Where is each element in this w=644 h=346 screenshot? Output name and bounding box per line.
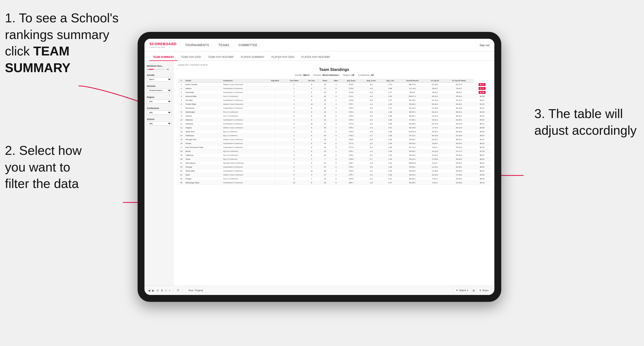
cell-wins: 1 <box>330 110 341 114</box>
cell-low: 82-28-2 <box>399 122 426 126</box>
nav-teams[interactable]: TEAMS <box>218 43 230 47</box>
cell-low: 82-05-1 <box>399 150 426 153</box>
division-select[interactable]: NCAA Division I <box>147 88 172 93</box>
cell-rnds: 23 <box>320 181 331 185</box>
share-icon[interactable]: ⬆ <box>161 289 163 292</box>
nav-tournaments[interactable]: TOURNAMENTS <box>184 43 210 47</box>
cell-avg2: 1.53 <box>381 153 399 157</box>
cell-avg2: 1.85 <box>381 134 399 138</box>
cell-overall: 12-14-1 <box>426 98 444 102</box>
cell-conf: Southeastern Conference <box>222 91 266 94</box>
cell-vs-top25: 29-15-1 <box>444 98 474 102</box>
cell-school: North Carolina <box>185 83 222 87</box>
cell-school: Georgia Tech <box>185 138 222 142</box>
cell-overall: 17-9-0 <box>426 126 444 130</box>
cell-rank: 9 <box>178 114 185 118</box>
sign-out-link[interactable]: Sign out <box>480 44 490 47</box>
tab-player-h2h-heatmap[interactable]: PLAYER H2H HEATMAP <box>298 54 334 61</box>
view-original-btn[interactable]: View: Original <box>186 288 206 293</box>
region-select[interactable]: N/A <box>147 99 172 104</box>
cell-rnds: 23 <box>320 118 331 122</box>
cell-conf-rank: 1 <box>284 87 304 91</box>
forward-icon[interactable]: ▶ <box>152 289 154 292</box>
cell-vs-top25: 39-20-1 <box>444 110 474 114</box>
table-row: 24 Duke Atlantic Coast Conference - 5 9 … <box>178 173 490 177</box>
tab-team-h2h-heatmap[interactable]: TEAM H2H HEATMAP <box>204 54 237 61</box>
table-row: 25 Oregon Pac-12 Conference - 9 7 21 0 2… <box>178 177 490 181</box>
watch-btn[interactable]: 👁 Watch ▾ <box>454 288 470 293</box>
share-btn[interactable]: ⬆ Share <box>477 288 491 293</box>
cell-school: Vanderbilt <box>185 91 222 94</box>
cell-conf-rank: 1 <box>284 91 304 94</box>
standings-table: # School Conference Reg Rank Conf Rank N… <box>178 79 490 185</box>
cell-low: 86-25-1 <box>399 110 426 114</box>
instruction-3: 3. The table will adjust accordingly <box>534 106 637 139</box>
step2-line2: you want to <box>5 160 70 174</box>
cell-conf-rank: 9 <box>284 177 304 181</box>
cell-school: Texas A&M <box>185 169 222 173</box>
cell-avg-par: -6.2 <box>361 138 381 142</box>
tab-player-summary[interactable]: PLAYER SUMMARY <box>237 54 268 61</box>
cell-reg-rank: - <box>266 146 284 150</box>
table-row: 19 California Pac-12 Conference - 4 8 24… <box>178 153 490 157</box>
cell-overall: 33-25-2 <box>426 102 444 106</box>
cell-rnds: 21 <box>320 177 331 181</box>
table-row: 12 Virginia Atlantic Coast Conference - … <box>178 126 490 130</box>
cell-school: Auburn <box>185 87 222 91</box>
cell-pts: 80.94 <box>474 118 490 122</box>
cell-adj: 277.0 <box>342 122 361 126</box>
cell-avg2: 1.28 <box>381 150 399 153</box>
conference-select[interactable]: (All) <box>147 110 172 115</box>
cell-rank: 24 <box>178 173 185 177</box>
cell-reg-rank: - <box>266 106 284 110</box>
cell-rnds: 27 <box>320 130 331 134</box>
range-slider-fill <box>149 69 154 70</box>
cell-pts: 80.58 <box>474 126 490 130</box>
gender-select[interactable]: Men's <box>147 77 172 81</box>
cell-rank: 25 <box>178 177 185 181</box>
tab-team-h2h-grid[interactable]: TEAM H2H GRID <box>178 54 204 61</box>
cell-no-tour: 7 <box>304 177 320 181</box>
table-row: 1 North Carolina Atlantic Coast Conferen… <box>178 83 490 87</box>
cell-conf: Mountain West Conference <box>222 161 266 165</box>
cell-avg-par: -3.8 <box>361 122 381 126</box>
cell-rnds: 24 <box>320 142 331 146</box>
cell-reg-rank: - <box>266 126 284 130</box>
add-icon[interactable]: + <box>169 289 170 292</box>
cell-avg2: 1.21 <box>381 177 399 181</box>
tab-team-summary[interactable]: TEAM SUMMARY <box>150 54 178 61</box>
logo-area: SCOREBOARD Powered by clippi <box>150 42 177 48</box>
col-vs-top50: Vs Top 50 Points <box>444 79 474 83</box>
cell-adj: 278.7 <box>342 161 361 165</box>
table-row: 10 Alabama Southeastern Conference - 5 8… <box>178 118 490 122</box>
refresh-icon[interactable]: ↺ <box>156 289 159 292</box>
cell-school: Florida State <box>185 102 222 106</box>
cell-no-tour: 8 <box>304 134 320 138</box>
clock-icon[interactable]: ⏱ <box>177 289 180 292</box>
range-slider[interactable] <box>149 69 166 70</box>
cell-no-tour: 6 <box>304 98 320 102</box>
cell-reg-rank: - <box>266 94 284 98</box>
cell-rnds: 24 <box>320 146 331 150</box>
grid-icon[interactable]: ⊞ <box>472 289 475 292</box>
cell-avg2: 1.85 <box>381 130 399 134</box>
tab-player-h2h-grid[interactable]: PLAYER H2H GRID <box>268 54 298 61</box>
bookmark-icon[interactable]: □ <box>165 289 167 292</box>
cell-conf: Pac-12 Conference <box>222 177 266 181</box>
cell-conf: Southeastern Conference <box>222 98 266 102</box>
cell-avg2: 1.30 <box>381 169 399 173</box>
school-select[interactable]: (All) <box>147 122 172 126</box>
cell-wins: 5 <box>330 91 341 94</box>
cell-wins: 4 <box>330 83 341 87</box>
cell-avg-par: -4.0 <box>361 87 381 91</box>
cell-adj: 276.9 <box>342 118 361 122</box>
cell-pts: 85.16 <box>474 146 490 150</box>
cell-avg-par: -5.0 <box>361 98 381 102</box>
cell-reg-rank: - <box>266 98 284 102</box>
cell-rnds: 30 <box>320 169 331 173</box>
table-row: 13 Texas Tech Big 12 Conference - 1 9 27… <box>178 130 490 134</box>
cell-rank: 4 <box>178 94 185 98</box>
nav-committee[interactable]: COMMITTEE <box>238 43 258 47</box>
back-icon[interactable]: ◀ <box>148 289 150 292</box>
cell-conf-rank: 9 <box>284 169 304 173</box>
